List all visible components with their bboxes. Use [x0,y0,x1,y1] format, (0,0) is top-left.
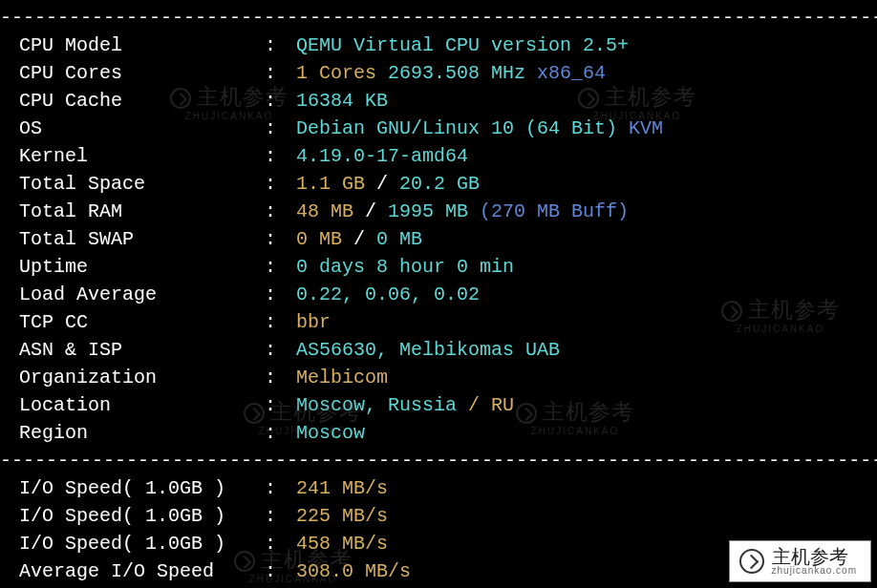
rows-label: TCP CC [19,308,265,336]
separator: : [265,557,296,585]
rows-label: ASN & ISP [19,336,265,364]
io_rows-label: I/O Speed( 1.0GB ) [19,474,265,502]
separator: : [265,32,296,59]
rows-value-part: 1 Cores [296,62,376,84]
rows-value: Melbicom [296,364,877,391]
separator: : [265,170,296,198]
rows-value-part: 1995 MB [388,200,468,222]
rows-row: CPU Cores: 1 Cores 2693.508 MHz x86_64 [0,59,877,87]
io_rows-value-part: 458 MB/s [296,533,388,555]
rows-row: Organization: Melbicom [0,364,877,391]
rows-value: 0 days 8 hour 0 min [296,253,877,281]
rows-label: Load Average [19,281,265,308]
rows-label: OS [19,115,265,142]
rows-value-part: Moscow, Russia [296,394,457,416]
io_rows-label: I/O Speed( 1.0GB ) [19,530,265,557]
rows-value-part: KVM [617,117,663,139]
rows-row: CPU Model: QEMU Virtual CPU version 2.5+ [0,32,877,59]
rows-label: Organization [19,364,265,391]
io_rows-value: 225 MB/s [296,502,877,530]
rows-value-part: 0 MB [376,228,422,250]
rows-label: CPU Model [19,32,265,59]
rows-row: CPU Cache: 16384 KB [0,87,877,115]
separator: : [265,474,296,502]
rows-row: Total Space: 1.1 GB / 20.2 GB [0,170,877,198]
rows-value-part: 48 MB [296,200,353,222]
rows-value-part: (270 MB Buff) [468,200,629,222]
rows-label: CPU Cache [19,87,265,115]
rows-row: Total RAM: 48 MB / 1995 MB (270 MB Buff) [0,198,877,225]
rows-value-part: / [365,173,399,195]
divider-line: ----------------------------------------… [0,4,877,32]
rows-value: Moscow, Russia / RU [296,391,877,419]
rows-value-part: 20.2 GB [399,173,480,195]
rows-row: Uptime: 0 days 8 hour 0 min [0,253,877,281]
rows-value-part: Melbicom [296,367,388,388]
separator: : [265,308,296,336]
io_rows-row: I/O Speed( 1.0GB ): 241 MB/s [0,474,877,502]
rows-value: Moscow [296,419,877,447]
rows-value-part: bbr [296,311,331,333]
divider-line: ----------------------------------------… [0,447,877,474]
rows-value-part: Moscow [296,422,365,444]
rows-label: Region [19,419,265,447]
rows-row: Region: Moscow [0,419,877,447]
rows-value: bbr [296,308,877,336]
rows-value-part: AS56630, Melbikomas UAB [296,339,560,361]
separator: : [265,391,296,419]
rows-value: AS56630, Melbikomas UAB [296,336,877,364]
rows-value-part: / RU [457,394,514,416]
rows-value-part: x86_64 [537,62,606,84]
rows-value: Debian GNU/Linux 10 (64 Bit) KVM [296,115,877,142]
rows-row: ASN & ISP: AS56630, Melbikomas UAB [0,336,877,364]
rows-value-part: 1.1 GB [296,173,365,195]
rows-value-part: 0 MB [296,228,342,250]
rows-value: 1.1 GB / 20.2 GB [296,170,877,198]
rows-value: 48 MB / 1995 MB (270 MB Buff) [296,198,877,225]
rows-label: Total Space [19,170,265,198]
separator: : [265,364,296,391]
separator: : [265,59,296,87]
separator: : [265,530,296,557]
io_rows-label: Average I/O Speed [19,557,265,585]
separator: : [265,419,296,447]
rows-value-part: Debian GNU/Linux 10 (64 Bit) [296,117,617,139]
separator: : [265,142,296,170]
rows-value: 0.22, 0.06, 0.02 [296,281,877,308]
io_rows-value: 241 MB/s [296,474,877,502]
rows-label: CPU Cores [19,59,265,87]
separator: : [265,336,296,364]
separator: : [265,87,296,115]
watermark-main: 主机参考 [772,547,857,566]
rows-value-part: / [353,200,388,222]
io_rows-value-part: 241 MB/s [296,477,388,499]
io_rows-value-part: 225 MB/s [296,505,388,527]
separator: : [265,198,296,225]
separator: : [265,225,296,253]
separator: : [265,253,296,281]
rows-row: Kernel: 4.19.0-17-amd64 [0,142,877,170]
io_rows-label: I/O Speed( 1.0GB ) [19,502,265,530]
rows-label: Kernel [19,142,265,170]
rows-value-part: 0.22, 0.06, 0.02 [296,284,480,305]
watermark-badge: 主机参考 zhujicankao.com [729,540,871,582]
rows-value-part: / [342,228,376,250]
rows-label: Uptime [19,253,265,281]
logo-icon [739,549,764,574]
io_rows-value-part: 308.0 MB/s [296,560,411,582]
rows-value-part: QEMU Virtual CPU version 2.5+ [296,34,629,56]
separator: : [265,502,296,530]
rows-label: Location [19,391,265,419]
rows-row: Total SWAP: 0 MB / 0 MB [0,225,877,253]
rows-value-part: 2693.508 MHz [376,62,537,84]
io_rows-row: I/O Speed( 1.0GB ): 225 MB/s [0,502,877,530]
separator: : [265,115,296,142]
rows-value: 4.19.0-17-amd64 [296,142,877,170]
rows-value-part: 0 days 8 hour 0 min [296,256,514,278]
rows-value: QEMU Virtual CPU version 2.5+ [296,32,877,59]
rows-value: 16384 KB [296,87,877,115]
rows-value: 0 MB / 0 MB [296,225,877,253]
rows-row: TCP CC: bbr [0,308,877,336]
rows-label: Total RAM [19,198,265,225]
separator: : [265,281,296,308]
